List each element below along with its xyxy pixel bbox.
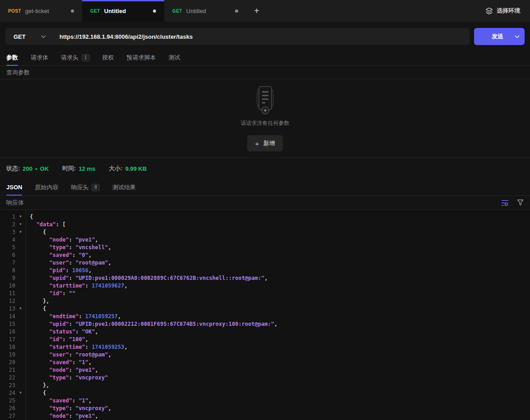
token-p (30, 329, 49, 335)
response-view-tab-3[interactable]: 测试结果 (112, 179, 136, 195)
code-line: 4 "node": "pve1", (0, 236, 530, 243)
token-k: "status" (49, 329, 75, 335)
code-line: 23 }, (0, 381, 530, 389)
request-config-tab-4[interactable]: 预请求脚本 (127, 50, 156, 65)
request-tab-label: get-ticket (25, 8, 49, 14)
request-tab-bar: POSTget-ticketGETUntitledGETUntitled + 选… (0, 0, 530, 22)
token-p: { (30, 390, 46, 396)
line-number: 4 (0, 237, 15, 243)
code-line: 20 "saved": "1", (0, 358, 530, 366)
line-number: 12 (0, 298, 15, 304)
token-p: : (85, 344, 92, 350)
code-text: "starttime": 1741059253, (26, 344, 128, 350)
status-text: OK (40, 165, 49, 172)
request-tab-0[interactable]: POSTget-ticket (0, 0, 82, 22)
token-p: { (30, 306, 46, 312)
response-json-viewer[interactable]: 1▼{2▼ "data": [3▼ {4 "node": "pve1",5 "t… (0, 210, 530, 420)
token-p (30, 413, 49, 419)
token-s: "" (69, 290, 75, 297)
environment-selector[interactable]: 选择环境 (485, 0, 530, 22)
token-p (30, 352, 49, 358)
send-dropdown-chevron-icon[interactable] (509, 35, 525, 38)
token-p: : (72, 252, 78, 258)
request-tab-2[interactable]: GETUntitled (164, 0, 246, 22)
url-input[interactable]: https://192.168.1.94:8006/api2/json/clus… (60, 33, 193, 40)
token-p: : (69, 237, 75, 243)
line-number: 1 (0, 214, 15, 220)
line-number: 3 (0, 229, 15, 235)
code-text: "upid": "UPID:pve1:000029A0:0002889C:67C… (26, 275, 267, 281)
size-label: 大小: (109, 164, 122, 173)
word-wrap-icon[interactable] (501, 199, 509, 206)
token-p (30, 252, 49, 258)
new-request-tab-button[interactable]: + (246, 0, 267, 22)
fold-arrow-icon[interactable]: ▼ (15, 306, 26, 310)
token-s: "root@pam" (75, 260, 108, 266)
token-p (30, 221, 36, 228)
line-number: 6 (0, 252, 15, 258)
response-view-tab-1[interactable]: 原始内容 (35, 179, 58, 195)
add-param-label: 新增 (263, 139, 275, 147)
token-k: "user" (49, 352, 69, 358)
status-label: 状态: (6, 164, 20, 173)
fold-arrow-icon[interactable]: ▼ (15, 391, 26, 395)
plus-icon: + (255, 140, 259, 147)
empty-params-state: 该请求没有任何参数 + 新增 (0, 79, 530, 158)
fold-arrow-icon[interactable]: ▼ (15, 215, 26, 219)
token-p: , (85, 336, 88, 342)
request-config-tab-0[interactable]: 参数 (6, 50, 18, 65)
request-config-tab-3[interactable]: 授权 (102, 50, 114, 65)
send-button-label: 发送 (474, 32, 509, 41)
code-line: 22 "type": "vncproxy" (0, 374, 530, 381)
url-input-box[interactable]: GET https://192.168.1.94:8006/api2/json/… (5, 28, 470, 45)
fold-arrow-icon[interactable]: ▼ (15, 230, 26, 234)
code-line: 26 "type": "vncproxy", (0, 404, 530, 412)
line-number: 14 (0, 313, 15, 320)
code-text: { (26, 306, 46, 312)
method-select[interactable]: GET (14, 33, 46, 40)
time-value: 12 ms (78, 165, 95, 172)
token-p: , (88, 252, 92, 258)
line-number: 20 (0, 359, 15, 365)
token-s: "1" (78, 359, 88, 365)
token-p: }, (30, 382, 49, 388)
response-view-tab-label: 原始内容 (35, 183, 58, 192)
response-view-tab-2[interactable]: 响应头8 (71, 179, 100, 195)
request-tab-label: Untitled (104, 8, 126, 14)
filter-icon[interactable] (517, 199, 524, 206)
fold-arrow-icon[interactable]: ▼ (15, 222, 26, 226)
request-config-tab-5[interactable]: 测试 (169, 50, 180, 65)
code-text: "node": "pve1", (26, 237, 98, 243)
chevron-down-icon (41, 35, 46, 38)
line-number: 16 (0, 329, 15, 335)
line-number: 9 (0, 275, 15, 281)
line-number: 26 (0, 405, 15, 411)
token-p: , (88, 267, 92, 274)
send-button[interactable]: 发送 (474, 28, 525, 45)
token-p: { (30, 214, 33, 220)
token-p: : (69, 244, 75, 251)
code-text: "endtime": 1741059257, (26, 313, 121, 320)
line-number: 8 (0, 267, 15, 274)
code-line: 11 "id": "" (0, 289, 530, 297)
token-p: : (85, 283, 92, 289)
status-code: 200 (23, 165, 32, 172)
empty-params-message: 该请求没有任何参数 (241, 119, 290, 127)
request-config-tab-label: 授权 (102, 54, 114, 62)
response-view-tab-0[interactable]: JSON (6, 179, 22, 195)
method-badge: GET (172, 9, 182, 14)
request-config-tab-1[interactable]: 请求体 (31, 50, 48, 65)
token-s: "root@pam" (75, 352, 108, 358)
request-config-tab-2[interactable]: 请求头1 (61, 50, 90, 65)
token-k: "pid" (49, 267, 65, 274)
token-s: "vncproxy" (75, 374, 108, 381)
request-config-tab-label: 测试 (169, 54, 180, 62)
add-param-button[interactable]: + 新增 (247, 135, 283, 151)
token-p: , (88, 397, 92, 404)
response-status-bar: 状态: 200 • OK 时间: 12 ms 大小: 9.99 KB (0, 158, 530, 179)
code-text: }, (26, 298, 49, 304)
token-k: "endtime" (49, 313, 78, 320)
unsaved-dot-icon (71, 9, 74, 13)
request-tab-label: Untitled (186, 8, 206, 14)
request-tab-1[interactable]: GETUntitled (82, 0, 164, 22)
